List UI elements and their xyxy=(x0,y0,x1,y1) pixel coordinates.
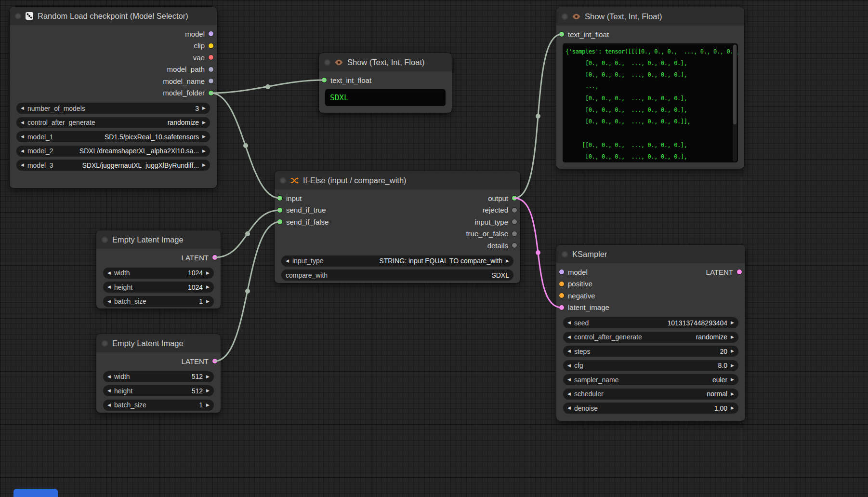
collapse-toggle[interactable] xyxy=(562,13,568,20)
input-port[interactable] xyxy=(277,196,282,201)
output-port[interactable] xyxy=(512,243,517,248)
output-port[interactable] xyxy=(512,219,517,224)
output-port[interactable] xyxy=(209,31,213,36)
decrement-icon[interactable]: ◀ xyxy=(567,363,571,368)
widget-scheduler[interactable]: ◀ scheduler normal ▶ xyxy=(563,389,738,400)
widget-model-3[interactable]: ◀ model_3 SDXL/juggernautXL_juggXlByRund… xyxy=(16,160,210,171)
decrement-icon[interactable]: ◀ xyxy=(21,106,24,110)
offscreen-node-partial[interactable] xyxy=(13,489,58,497)
output-port[interactable] xyxy=(209,55,213,60)
node-empty-latent-image-512[interactable]: Empty Latent Image LATENT ◀ width 512 ▶ … xyxy=(96,334,221,413)
decrement-icon[interactable]: ◀ xyxy=(107,389,111,393)
increment-icon[interactable]: ▶ xyxy=(202,106,206,110)
widget-control-after-generate[interactable]: ◀ control_after_generate randomize ▶ xyxy=(16,117,210,128)
widget-sampler-name[interactable]: ◀ sampler_name euler ▶ xyxy=(563,374,738,385)
node-titlebar[interactable]: Show (Text, Int, Float) xyxy=(556,7,744,26)
input-slot-input[interactable]: input xyxy=(275,192,332,204)
increment-icon[interactable]: ▶ xyxy=(731,363,734,368)
widget-input-type[interactable]: ◀ input_type STRING: input EQUAL TO comp… xyxy=(281,255,513,267)
increment-icon[interactable]: ▶ xyxy=(731,349,734,353)
scrollbar[interactable] xyxy=(733,44,737,161)
input-port[interactable] xyxy=(277,219,282,224)
scrollbar-thumb[interactable] xyxy=(733,45,736,124)
output-slot-details[interactable]: details xyxy=(462,240,520,252)
collapse-toggle[interactable] xyxy=(15,13,21,19)
input-port[interactable] xyxy=(322,78,327,82)
output-slot-model[interactable]: model xyxy=(10,28,217,40)
decrement-icon[interactable]: ◀ xyxy=(567,392,571,396)
input-port[interactable] xyxy=(559,305,564,310)
decrement-icon[interactable]: ◀ xyxy=(567,377,571,382)
widget-denoise[interactable]: ◀ denoise 1.00 ▶ xyxy=(563,403,738,414)
collapse-toggle[interactable] xyxy=(102,340,108,347)
increment-icon[interactable]: ▶ xyxy=(206,375,210,379)
decrement-icon[interactable]: ◀ xyxy=(21,149,24,153)
increment-icon[interactable]: ▶ xyxy=(202,163,206,167)
input-port[interactable] xyxy=(559,293,564,298)
input-slot-latent-image[interactable]: latent_image xyxy=(556,302,613,314)
widget-compare-with[interactable]: compare_with SDXL xyxy=(281,269,513,281)
input-slot-send-if-true[interactable]: send_if_true xyxy=(275,204,332,216)
widget-number-of-models[interactable]: ◀ number_of_models 3 ▶ xyxy=(16,103,210,114)
input-port[interactable] xyxy=(559,269,564,274)
collapse-toggle[interactable] xyxy=(280,177,286,184)
node-titlebar[interactable]: If-Else (input / compare_with) xyxy=(275,171,520,189)
widget-seed[interactable]: ◀ seed 1013137448293404 ▶ xyxy=(563,317,738,328)
decrement-icon[interactable]: ◀ xyxy=(21,121,24,125)
node-titlebar[interactable]: Random Load checkpoint (Model Selector) xyxy=(10,7,217,25)
output-slot-output[interactable]: output xyxy=(462,192,520,204)
decrement-icon[interactable]: ◀ xyxy=(107,299,111,304)
output-port[interactable] xyxy=(209,43,213,48)
increment-icon[interactable]: ▶ xyxy=(206,389,210,393)
decrement-icon[interactable]: ◀ xyxy=(567,349,571,353)
input-port[interactable] xyxy=(559,282,564,286)
widget-height[interactable]: ◀ height 1024 ▶ xyxy=(103,282,214,293)
increment-icon[interactable]: ▶ xyxy=(206,271,210,275)
output-slot-true-or-false[interactable]: true_or_false xyxy=(462,228,520,240)
decrement-icon[interactable]: ◀ xyxy=(107,271,111,275)
increment-icon[interactable]: ▶ xyxy=(731,377,734,382)
node-ksampler[interactable]: KSampler model positive negative lat xyxy=(556,245,745,421)
increment-icon[interactable]: ▶ xyxy=(206,403,210,407)
collapse-toggle[interactable] xyxy=(324,59,330,66)
output-slot-model-path[interactable]: model_path xyxy=(10,64,217,76)
widget-batch-size[interactable]: ◀ batch_size 1 ▶ xyxy=(103,296,214,307)
output-port[interactable] xyxy=(209,67,213,72)
input-slot-text-int-float[interactable]: text_int_float xyxy=(319,74,452,86)
output-port[interactable] xyxy=(209,79,213,83)
widget-batch-size[interactable]: ◀ batch_size 1 ▶ xyxy=(103,400,214,411)
output-port[interactable] xyxy=(512,196,517,201)
increment-icon[interactable]: ▶ xyxy=(506,259,509,263)
output-slot-clip[interactable]: clip xyxy=(10,40,217,52)
input-slot-negative[interactable]: negative xyxy=(556,290,613,302)
input-port[interactable] xyxy=(559,32,564,37)
decrement-icon[interactable]: ◀ xyxy=(567,321,571,325)
increment-icon[interactable]: ▶ xyxy=(202,121,206,125)
node-random-load-checkpoint[interactable]: Random Load checkpoint (Model Selector) … xyxy=(10,7,217,188)
input-port[interactable] xyxy=(277,208,282,213)
increment-icon[interactable]: ▶ xyxy=(731,335,734,339)
increment-icon[interactable]: ▶ xyxy=(731,392,734,396)
node-empty-latent-image-1024[interactable]: Empty Latent Image LATENT ◀ width 1024 ▶… xyxy=(96,230,221,309)
decrement-icon[interactable]: ◀ xyxy=(567,406,571,410)
input-slot-positive[interactable]: positive xyxy=(556,278,613,290)
output-port[interactable] xyxy=(512,231,517,236)
output-port[interactable] xyxy=(212,359,217,363)
node-titlebar[interactable]: KSampler xyxy=(556,245,745,263)
tensor-text-display[interactable]: {'samples': tensor([[[[0., 0., 0., ..., … xyxy=(563,43,738,162)
text-display[interactable]: SDXL xyxy=(325,89,446,106)
output-slot-input-type[interactable]: input_type xyxy=(462,216,520,228)
decrement-icon[interactable]: ◀ xyxy=(286,259,289,263)
widget-width[interactable]: ◀ width 512 ▶ xyxy=(103,371,214,382)
increment-icon[interactable]: ▶ xyxy=(206,299,210,304)
decrement-icon[interactable]: ◀ xyxy=(21,163,24,167)
decrement-icon[interactable]: ◀ xyxy=(107,403,111,407)
decrement-icon[interactable]: ◀ xyxy=(107,375,111,379)
output-slot-rejected[interactable]: rejected xyxy=(462,204,520,216)
output-slot-latent[interactable]: LATENT xyxy=(96,252,221,264)
increment-icon[interactable]: ▶ xyxy=(731,321,734,325)
output-port[interactable] xyxy=(737,269,742,274)
output-port[interactable] xyxy=(212,255,217,260)
output-slot-model-name[interactable]: model_name xyxy=(10,75,217,87)
output-slot-latent[interactable]: LATENT xyxy=(703,266,745,278)
